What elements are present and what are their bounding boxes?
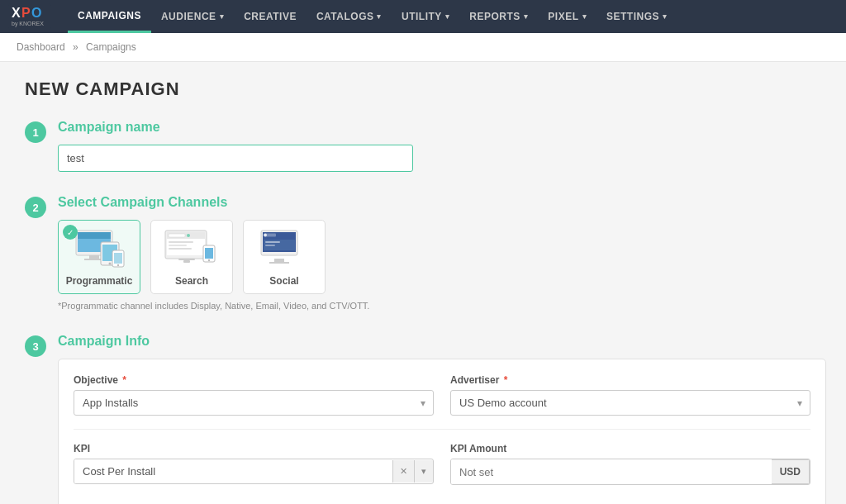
advertiser-select-wrapper: US Demo account (450, 390, 810, 416)
svg-text:O: O (31, 6, 41, 20)
svg-text:P: P (21, 6, 31, 20)
svg-rect-22 (169, 245, 187, 246)
svg-rect-21 (169, 241, 193, 243)
logo: X P O by KNOREX (8, 3, 51, 30)
nav-item-utility[interactable]: UTILITY ▾ (392, 0, 459, 33)
chevron-down-icon: ▾ (220, 12, 225, 21)
svg-point-12 (109, 263, 112, 265)
step-2-circle: 2 (25, 197, 46, 218)
svg-point-33 (264, 234, 267, 237)
search-label: Search (175, 275, 208, 287)
step-2-body: Select Campaign Channels ✓ (58, 195, 821, 311)
form-divider (74, 429, 810, 430)
objective-select-wrapper: App Installs (74, 390, 434, 416)
kpi-amount-input[interactable] (451, 459, 772, 484)
kpi-amount-label: KPI Amount (450, 443, 810, 454)
campaign-info-card: Objective * App Installs Advertiser * (58, 359, 826, 504)
svg-rect-7 (78, 232, 111, 239)
channel-card-search[interactable]: Search (150, 220, 233, 294)
step-3-title: Campaign Info (58, 334, 826, 349)
kpi-amount-group: KPI Amount USD (450, 443, 810, 485)
objective-group: Objective * App Installs (74, 374, 434, 416)
kpi-input-group: Cost Per Install ✕ ▾ (74, 459, 434, 484)
nav-item-reports[interactable]: REPORTS ▾ (459, 0, 538, 33)
breadcrumb-separator: » (73, 41, 78, 53)
svg-point-20 (187, 234, 190, 237)
campaign-name-input[interactable] (58, 145, 413, 172)
svg-rect-8 (89, 255, 99, 259)
programmatic-label: Programmatic (66, 275, 133, 287)
advertiser-select[interactable]: US Demo account (450, 390, 810, 416)
kpi-chevron-icon[interactable]: ▾ (414, 460, 433, 483)
channel-card-social[interactable]: Social (243, 220, 326, 294)
svg-rect-19 (169, 234, 185, 237)
svg-point-26 (208, 259, 210, 261)
navbar: X P O by KNOREX CAMPAIGNS AUDIENCE ▾ CRE… (0, 0, 846, 33)
svg-rect-27 (178, 259, 195, 260)
nav-item-campaigns[interactable]: CAMPAIGNS (68, 0, 151, 33)
nav-item-pixel[interactable]: PIXEL ▾ (538, 0, 596, 33)
advertiser-label: Advertiser * (450, 374, 810, 386)
svg-rect-36 (265, 245, 275, 246)
svg-rect-35 (265, 241, 280, 243)
chevron-down-icon: ▾ (377, 12, 382, 21)
breadcrumb-dashboard[interactable]: Dashboard (17, 41, 65, 53)
programmatic-channel-icon (69, 227, 129, 270)
step-1-circle: 1 (25, 121, 46, 143)
kpi-currency-badge: USD (772, 459, 810, 484)
channel-card-programmatic[interactable]: ✓ (58, 220, 140, 294)
step-3-circle: 3 (25, 335, 46, 357)
chevron-down-icon: ▾ (582, 12, 587, 21)
step-1-section: 1 Campaign name (25, 120, 821, 172)
channel-note: *Programmatic channel includes Display, … (58, 301, 821, 311)
objective-select[interactable]: App Installs (74, 390, 434, 416)
kpi-amount-wrapper: USD (450, 459, 810, 485)
check-icon: ✓ (63, 225, 78, 240)
kpi-label: KPI (74, 443, 434, 454)
form-row-1: Objective * App Installs Advertiser * (74, 374, 810, 416)
nav-item-catalogs[interactable]: CATALOGS ▾ (307, 0, 392, 33)
chevron-down-icon: ▾ (663, 12, 668, 21)
channel-cards: ✓ (58, 220, 821, 294)
step-2-title: Select Campaign Channels (58, 195, 821, 210)
svg-point-15 (117, 264, 119, 266)
svg-text:X: X (12, 6, 21, 20)
svg-rect-28 (183, 260, 190, 263)
chevron-down-icon: ▾ (445, 12, 450, 21)
breadcrumb-current: Campaigns (86, 41, 136, 53)
kpi-tag: Cost Per Install (74, 459, 392, 483)
nav-item-creative[interactable]: CREATIVE (234, 0, 307, 33)
svg-rect-23 (169, 248, 192, 250)
svg-rect-38 (269, 262, 289, 264)
nav-menu: CAMPAIGNS AUDIENCE ▾ CREATIVE CATALOGS ▾… (68, 0, 677, 33)
step-2-section: 2 Select Campaign Channels ✓ (25, 195, 821, 311)
kpi-clear-icon[interactable]: ✕ (392, 460, 414, 483)
svg-rect-37 (274, 259, 284, 262)
main-content: NEW CAMPAIGN 1 Campaign name 2 Select Ca… (0, 62, 846, 504)
svg-text:by KNOREX: by KNOREX (12, 21, 44, 27)
chevron-down-icon: ▾ (524, 12, 529, 21)
social-label: Social (269, 275, 298, 287)
search-channel-icon (162, 227, 221, 270)
svg-rect-14 (114, 253, 122, 264)
step-3-body: Campaign Info Objective * App Installs (58, 334, 826, 504)
objective-label: Objective * (74, 374, 434, 386)
kpi-group: KPI Cost Per Install ✕ ▾ (74, 443, 434, 485)
form-row-2: KPI Cost Per Install ✕ ▾ KPI Amount USD (74, 443, 810, 485)
step-3-section: 3 Campaign Info Objective * App Installs (25, 334, 821, 504)
nav-item-audience[interactable]: AUDIENCE ▾ (151, 0, 234, 33)
svg-rect-25 (205, 248, 213, 259)
social-channel-icon (254, 227, 314, 270)
page-title: NEW CAMPAIGN (25, 78, 821, 100)
step-1-title: Campaign name (58, 120, 821, 135)
breadcrumb: Dashboard » Campaigns (0, 33, 846, 62)
step-1-body: Campaign name (58, 120, 821, 172)
nav-item-settings[interactable]: SETTINGS ▾ (596, 0, 677, 33)
advertiser-group: Advertiser * US Demo account (450, 374, 810, 416)
